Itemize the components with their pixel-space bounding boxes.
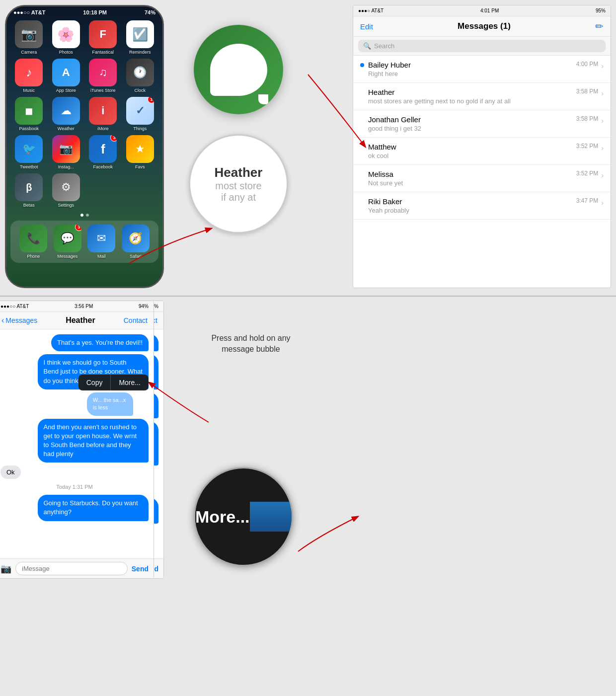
msg-row-melissa[interactable]: Melissa 3:52 PM Not sure yet › xyxy=(353,165,611,192)
app-weather[interactable]: ☁ Weather xyxy=(50,97,83,131)
compose-button[interactable]: ✏ xyxy=(595,20,604,32)
msg-name-jonathan: Jonathan Geller xyxy=(368,115,421,124)
app-instagram[interactable]: 📷 Instag... xyxy=(50,135,83,169)
messages-edit-button[interactable]: Edit xyxy=(360,22,373,31)
messages-title: Messages (1) xyxy=(458,21,511,31)
status-bar-home: ●●●○○ AT&T 10:18 PM 74% xyxy=(6,6,162,16)
chat-title-right: Heather xyxy=(66,316,95,325)
camera-icon-right[interactable]: 📷 xyxy=(0,563,11,574)
chevron-icon-matthew: › xyxy=(601,144,604,152)
msg-row-riki[interactable]: Riki Baker 3:47 PM Yeah probably › xyxy=(353,192,611,220)
messages-badge: 3 xyxy=(75,225,81,231)
app-settings[interactable]: ⚙ Settings xyxy=(50,173,83,208)
magnified-messages-icon xyxy=(194,25,283,114)
msg-preview-matthew: ok cool xyxy=(368,152,598,159)
no-dot-riki xyxy=(360,197,364,201)
search-placeholder: Search xyxy=(374,42,394,50)
app-camera[interactable]: 📷 Camera xyxy=(12,20,46,55)
bubble-4-right[interactable]: And then you aren't so rushed to get to … xyxy=(38,419,149,463)
dock: 📞 Phone 💬 3 Messages ✉ Mail 🧭 Safari xyxy=(10,221,158,263)
app-reminders[interactable]: ☑️ Reminders xyxy=(124,20,157,55)
search-icon: 🔍 xyxy=(363,42,371,50)
msg-row-bailey[interactable]: Bailey Huber 4:00 PM Right here › xyxy=(353,56,611,83)
no-dot-heather xyxy=(360,88,364,92)
messages-nav-bar: Edit Messages (1) ✏ xyxy=(353,16,611,37)
last-bubble-right[interactable]: Going to Starbucks. Do you want anything… xyxy=(38,495,149,521)
msg-time-heather: 3:58 PM xyxy=(576,88,599,96)
chat-nav-right: ‹ Messages Heather Contact xyxy=(0,312,154,329)
chevron-icon-riki: › xyxy=(601,199,604,207)
context-menu: Copy More... xyxy=(78,375,149,390)
chevron-icon-heather: › xyxy=(601,89,604,97)
chevron-icon-bailey: › xyxy=(601,62,604,70)
app-clock[interactable]: 🕐 Clock xyxy=(124,59,157,93)
msg-content-riki: Riki Baker 3:47 PM Yeah probably xyxy=(368,197,598,214)
dot-1 xyxy=(80,214,83,217)
time-chat-right: 3:56 PM xyxy=(75,304,93,309)
app-things[interactable]: ✓ 1 Things xyxy=(124,97,157,131)
imessage-input-right[interactable] xyxy=(15,562,128,575)
app-photos[interactable]: 🌸 Photos xyxy=(50,20,83,55)
send-button-right[interactable]: Send xyxy=(132,565,149,573)
app-itunes[interactable]: ♫ iTunes Store xyxy=(86,59,120,93)
msg-row-matthew[interactable]: Matthew 3:52 PM ok cool › xyxy=(353,138,611,165)
magnified-more-button: More... xyxy=(194,467,293,566)
app-fantastical[interactable]: F Fantastical xyxy=(86,20,120,55)
facebook-badge: 3 xyxy=(110,135,117,142)
msg-row-heather[interactable]: Heather 3:58 PM most stores are getting … xyxy=(353,83,611,110)
dot-2 xyxy=(86,214,89,217)
msg-preview-bailey: Right here xyxy=(368,70,598,77)
msg-time-jonathan: 3:58 PM xyxy=(576,115,599,124)
iphone-home-screen: ●●●○○ AT&T 10:18 PM 74% 📷 Camera 🌸 Photo… xyxy=(5,5,164,288)
unread-dot xyxy=(360,63,364,67)
msg-row-jonathan[interactable]: Jonathan Geller 3:58 PM good thing i get… xyxy=(353,110,611,138)
app-favs[interactable]: ★ Favs xyxy=(124,135,157,169)
contact-button-right[interactable]: Contact xyxy=(124,316,148,324)
copy-button[interactable]: Copy xyxy=(78,375,111,390)
chat-screen-right: ●●●○○ AT&T 3:56 PM 94% ‹ Messages Heathe… xyxy=(0,301,154,579)
app-grid: 📷 Camera 🌸 Photos F Fantastical ☑️ Remin… xyxy=(6,16,162,212)
msg-content-matthew: Matthew 3:52 PM ok cool xyxy=(368,143,598,159)
more-button[interactable]: More... xyxy=(111,375,149,390)
search-input[interactable]: 🔍 Search xyxy=(358,40,606,52)
app-betas[interactable]: β Betas xyxy=(12,173,46,208)
app-tweetbot[interactable]: 🐦 Tweetbot xyxy=(12,135,46,169)
app-passbook[interactable]: ◼ Passbook xyxy=(12,97,46,131)
msg-name-matthew: Matthew xyxy=(368,143,396,151)
app-appstore[interactable]: A App Store xyxy=(50,59,83,93)
chat-input-bar-right: 📷 Send xyxy=(0,558,154,578)
msg-content-melissa: Melissa 3:52 PM Not sure yet xyxy=(368,170,598,187)
magnified-heather-preview: Heather most store if any at xyxy=(189,134,288,233)
dock-app-safari[interactable]: 🧭 Safari xyxy=(122,225,150,259)
more-text: More... xyxy=(195,507,250,526)
battery-msg: 95% xyxy=(596,8,606,13)
no-dot-matthew xyxy=(360,143,364,147)
dock-app-mail[interactable]: ✉ Mail xyxy=(87,225,115,259)
msg-time-matthew: 3:52 PM xyxy=(576,143,599,151)
carrier-chat-right: ●●●○○ AT&T xyxy=(0,304,29,309)
battery-chat-right: 94% xyxy=(139,304,149,309)
bubble-3-right-partial[interactable]: W... the sa...x is less xyxy=(87,392,133,416)
app-imore[interactable]: i iMore xyxy=(86,97,120,131)
page-dots xyxy=(6,212,162,219)
chat-messages-right: That's a yes. You're the devil!! I think… xyxy=(0,329,154,558)
msg-content-bailey: Bailey Huber 4:00 PM Right here xyxy=(368,61,598,77)
magnified-contact-name: Heather xyxy=(215,165,263,180)
messages-list-screen: ●●●○ AT&T 4:01 PM 95% Edit Messages (1) … xyxy=(353,5,611,288)
search-bar[interactable]: 🔍 Search xyxy=(353,37,611,56)
msg-name-melissa: Melissa xyxy=(368,170,393,178)
chat-status-bar-right: ●●●○○ AT&T 3:56 PM 94% xyxy=(0,301,154,312)
chevron-icon-jonathan: › xyxy=(601,117,604,125)
msg-preview-heather: most stores are getting next to no gold … xyxy=(368,97,598,105)
dock-app-phone[interactable]: 📞 Phone xyxy=(19,225,47,259)
no-dot-melissa xyxy=(360,170,364,174)
msg-name-bailey: Bailey Huber xyxy=(368,61,411,69)
chevron-icon-melissa: › xyxy=(601,171,604,179)
app-music[interactable]: ♪ Music xyxy=(12,59,46,93)
msg-content-heather: Heather 3:58 PM most stores are getting … xyxy=(368,88,598,105)
back-button-right[interactable]: ‹ Messages xyxy=(1,316,37,325)
app-facebook[interactable]: f 3 Facebook xyxy=(86,135,120,169)
dock-app-messages[interactable]: 💬 3 Messages xyxy=(54,225,81,259)
msg-time-bailey: 4:00 PM xyxy=(576,61,599,69)
bubble-1-right[interactable]: That's a yes. You're the devil!! xyxy=(51,334,149,351)
